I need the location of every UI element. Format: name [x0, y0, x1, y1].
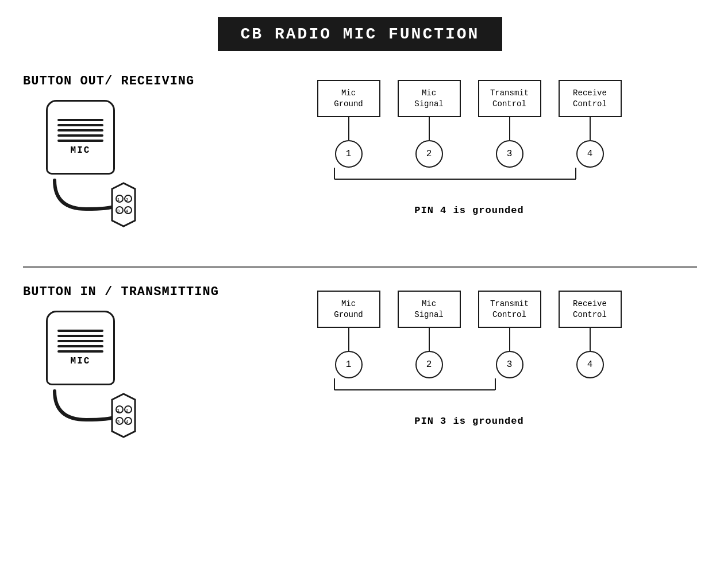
mic-grill-2: [57, 124, 103, 126]
section-title-transmitting: BUTTON IN / TRANSMITTING: [23, 285, 241, 299]
pin-box-2-2: MicSignal: [398, 291, 461, 328]
mic-connector-group-2: MIC 1 2 3 4: [23, 311, 241, 448]
page-title: CB RADIO MIC FUNCTION: [218, 17, 503, 51]
vline-1-4: [590, 117, 591, 140]
mic-grill2-4: [57, 345, 103, 347]
section-transmitting: BUTTON IN / TRANSMITTING MIC: [23, 285, 697, 460]
svg-text:4: 4: [126, 208, 129, 214]
mic-grill-3: [57, 129, 103, 131]
vline-2-1: [348, 328, 349, 351]
svg-text:2: 2: [126, 408, 129, 413]
pin-circle-2-2: 2: [415, 351, 443, 378]
mic-label-2: MIC: [71, 356, 91, 366]
pin-boxes-row-1: MicGround MicSignal TransmitControl Rece…: [317, 80, 622, 117]
mic-grills-1: [57, 119, 103, 142]
svg-text:1: 1: [117, 197, 120, 202]
pin-circle-2-4: 4: [576, 351, 604, 378]
ground-line-svg-1: [303, 168, 636, 199]
mic-grill2-5: [57, 350, 103, 353]
pin-diagram-1: MicGround MicSignal TransmitControl Rece…: [241, 80, 697, 216]
pin-circle-2-1: 1: [335, 351, 363, 378]
pin-col-1-2: 2: [398, 117, 461, 168]
vline-2-4: [590, 328, 591, 351]
pin-box-1-4: ReceiveControl: [559, 80, 622, 117]
svg-marker-12: [112, 394, 135, 437]
mic-label-1: MIC: [71, 145, 91, 156]
pin-circle-1-3: 3: [496, 140, 523, 168]
pin-boxes-row-2: MicGround MicSignal TransmitControl Rece…: [317, 291, 622, 328]
vline-2-2: [429, 328, 430, 351]
mic-body-2: MIC: [46, 311, 115, 385]
mic-grill-1: [57, 119, 103, 121]
mic-grill2-3: [57, 340, 103, 342]
vline-1-2: [429, 117, 430, 140]
svg-text:3: 3: [117, 208, 120, 214]
ground-label-2: PIN 3 is grounded: [414, 416, 523, 427]
mic-body-1: MIC: [46, 100, 115, 175]
pin-box-2-4: ReceiveControl: [559, 291, 622, 328]
pin-box-2-1: MicGround: [317, 291, 380, 328]
mic-grill-5: [57, 140, 103, 142]
pin-col-2-4: 4: [559, 328, 622, 378]
mic-connector-group-1: MIC 1 2 3 4: [23, 100, 241, 238]
svg-text:2: 2: [126, 197, 129, 202]
pin-col-1-1: 1: [317, 117, 380, 168]
section-divider: [23, 266, 697, 268]
section-title-receiving: BUTTON OUT/ RECEIVING: [23, 74, 241, 88]
ground-label-1: PIN 4 is grounded: [414, 205, 523, 216]
pin-lines-row-1: 1 2 3 4: [317, 117, 622, 168]
mic-grill2-2: [57, 335, 103, 337]
pin-box-1-2: MicSignal: [398, 80, 461, 117]
pin-col-2-3: 3: [478, 328, 541, 378]
ground-line-svg-2: [303, 378, 636, 410]
pin-box-1-3: TransmitControl: [478, 80, 541, 117]
mic-grill-4: [57, 134, 103, 137]
svg-text:3: 3: [117, 419, 120, 424]
vline-2-3: [509, 328, 510, 351]
svg-text:4: 4: [126, 419, 129, 424]
pin-box-1-1: MicGround: [317, 80, 380, 117]
pin-diagram-2: MicGround MicSignal TransmitControl Rece…: [241, 291, 697, 427]
pin-box-2-3: TransmitControl: [478, 291, 541, 328]
vline-1-3: [509, 117, 510, 140]
pin-circle-1-4: 4: [576, 140, 604, 168]
section-left-receiving: BUTTON OUT/ RECEIVING MIC: [23, 74, 241, 238]
pin-col-1-3: 3: [478, 117, 541, 168]
section-receiving: BUTTON OUT/ RECEIVING MIC: [23, 74, 697, 249]
section-right-transmitting: MicGround MicSignal TransmitControl Rece…: [241, 285, 697, 427]
pin-circle-1-2: 2: [415, 140, 443, 168]
mic-grills-2: [57, 330, 103, 353]
pin-col-1-4: 4: [559, 117, 622, 168]
pin-circle-2-3: 3: [496, 351, 523, 378]
mic-grill2-1: [57, 330, 103, 332]
svg-marker-0: [112, 183, 135, 226]
pin-lines-row-2: 1 2 3 4: [317, 328, 622, 378]
pin-col-2-2: 2: [398, 328, 461, 378]
pin-circle-1-1: 1: [335, 140, 363, 168]
cable-connector-svg-2: 1 2 3 4: [23, 385, 138, 448]
vline-1-1: [348, 117, 349, 140]
pin-col-2-1: 1: [317, 328, 380, 378]
cable-connector-svg-1: 1 2 3 4: [23, 175, 138, 238]
svg-text:1: 1: [117, 408, 120, 413]
section-left-transmitting: BUTTON IN / TRANSMITTING MIC: [23, 285, 241, 448]
section-right-receiving: MicGround MicSignal TransmitControl Rece…: [241, 74, 697, 216]
